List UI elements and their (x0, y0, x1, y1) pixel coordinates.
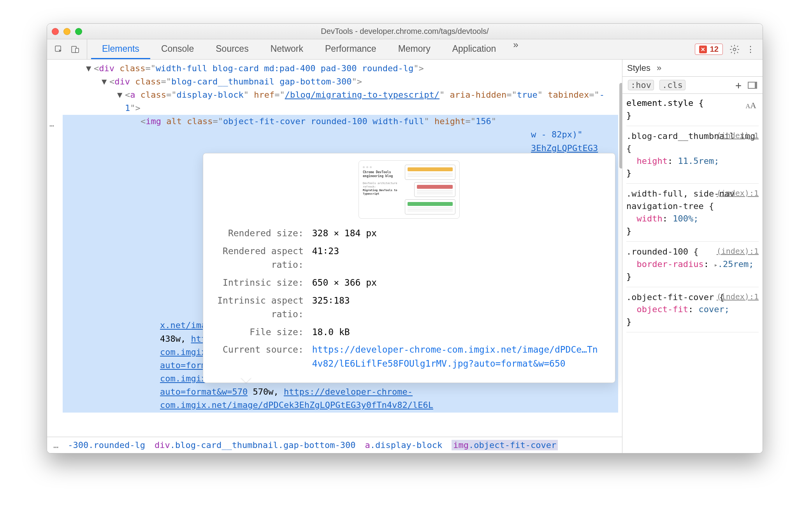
breadcrumb-item[interactable]: -300.rounded-lg (68, 440, 145, 450)
tab-memory[interactable]: Memory (387, 39, 441, 59)
rule-source-link[interactable]: (index):1 (717, 188, 759, 199)
dom-tree[interactable]: ⋯ ▼<div class="width-full blog-card md:p… (47, 60, 622, 437)
tab-network[interactable]: Network (260, 39, 314, 59)
inspect-icon[interactable] (54, 45, 63, 54)
style-rule[interactable]: (index):1.object-fit-cover { object-fit:… (626, 291, 759, 333)
image-hover-tooltip: Chrome DevTools engineering blog DevTool… (203, 153, 615, 383)
errors-pill[interactable]: ✕ 12 (695, 44, 723, 55)
elements-panel: ⋯ ▼<div class="width-full blog-card md:p… (47, 60, 622, 453)
device-toolbar-icon[interactable] (70, 45, 80, 54)
breadcrumb-item[interactable]: a.display-block (365, 440, 443, 450)
style-rule[interactable]: (index):1.rounded-100 { border-radius: ▸… (626, 246, 759, 287)
dom-node-div1[interactable]: ▼<div class="width-full blog-card md:pad… (63, 62, 618, 75)
attr-fragment: w - 82px)" (531, 130, 582, 139)
svg-point-3 (733, 48, 736, 51)
minimize-window-button[interactable] (63, 28, 70, 35)
tab-sources[interactable]: Sources (205, 39, 259, 59)
gear-icon[interactable] (729, 44, 740, 55)
panel-tabs: Elements Console Sources Network Perform… (87, 39, 688, 59)
errors-count: 12 (710, 45, 719, 54)
gutter-ellipsis-icon: ⋯ (49, 120, 54, 132)
zoom-window-button[interactable] (75, 28, 82, 35)
font-size-icon: AA (746, 99, 756, 112)
tab-performance[interactable]: Performance (314, 39, 387, 59)
breadcrumb[interactable]: … -300.rounded-lg div.blog-card__thumbna… (47, 437, 622, 453)
style-rule-element[interactable]: element.style { AA } (626, 97, 759, 126)
rule-source-link[interactable]: (index):1 (717, 246, 759, 257)
dom-node-a[interactable]: ▼<a class="display-block" href="/blog/mi… (63, 88, 618, 115)
current-source-link[interactable]: https://developer-chrome-com.imgix.net/i… (312, 344, 598, 369)
devtools-window: DevTools - developer.chrome.com/tags/dev… (47, 23, 763, 453)
image-info-table: Rendered size:328 × 184 px Rendered aspe… (213, 224, 606, 373)
hov-toggle[interactable]: :hov (628, 80, 654, 90)
tab-console[interactable]: Console (150, 39, 205, 59)
titlebar: DevTools - developer.chrome.com/tags/dev… (47, 24, 763, 39)
toolbar: Elements Console Sources Network Perform… (47, 39, 763, 60)
traffic-lights (52, 28, 82, 35)
image-preview: Chrome DevTools engineering blog DevTool… (359, 160, 460, 219)
rule-source-link[interactable]: (index):1 (717, 130, 759, 141)
breadcrumb-ellipsis[interactable]: … (53, 440, 58, 450)
kebab-menu-icon[interactable]: ⋮ (746, 44, 756, 54)
breadcrumb-item[interactable]: div.blog-card__thumbnail.gap-bottom-300 (155, 440, 356, 450)
dock-icon[interactable] (748, 82, 757, 89)
new-rule-icon[interactable]: + (735, 79, 742, 91)
dom-node-div2[interactable]: ▼<div class="blog-card__thumbnail gap-bo… (63, 75, 618, 88)
styles-tab[interactable]: Styles (627, 63, 650, 73)
breadcrumb-item-selected[interactable]: img.object-fit-cover (452, 440, 558, 450)
tab-application[interactable]: Application (441, 39, 507, 59)
tab-elements[interactable]: Elements (91, 39, 150, 59)
more-tabs-icon[interactable]: » (507, 39, 524, 59)
more-tabs-icon[interactable]: » (657, 63, 661, 73)
svg-rect-2 (76, 48, 79, 53)
style-rule[interactable]: (index):1.width-full, side-nav navigatio… (626, 188, 759, 242)
styles-pane: Styles » :hov .cls + element.style { AA … (622, 60, 763, 453)
cls-toggle[interactable]: .cls (659, 80, 685, 90)
style-rule[interactable]: (index):1.blog-card__thumbnail img { hei… (626, 130, 759, 184)
window-title: DevTools - developer.chrome.com/tags/dev… (47, 27, 763, 36)
close-window-button[interactable] (52, 28, 59, 35)
error-icon: ✕ (699, 46, 707, 53)
rule-source-link[interactable]: (index):1 (717, 291, 759, 302)
scrollbar[interactable] (619, 83, 622, 169)
